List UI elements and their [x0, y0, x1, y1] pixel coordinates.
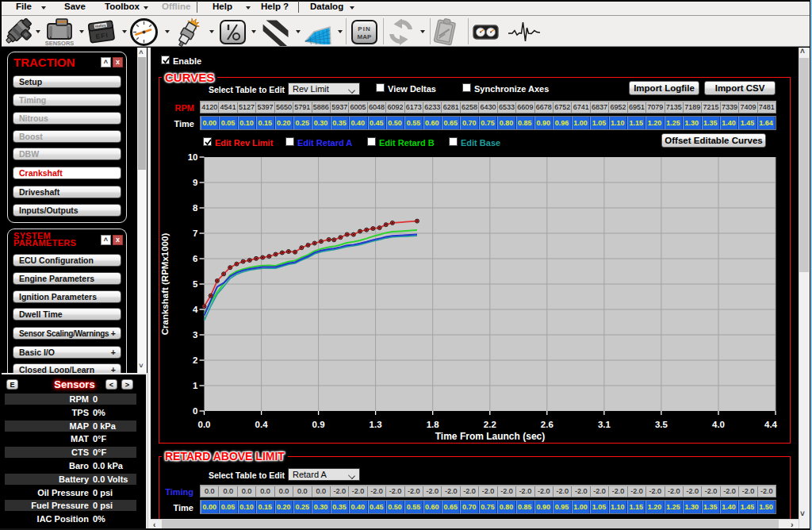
svg-text:0: 0: [193, 406, 197, 416]
svg-text:2.2: 2.2: [484, 420, 496, 429]
svg-text:3.1: 3.1: [598, 420, 611, 429]
svg-text:2: 2: [193, 355, 197, 365]
svg-text:Time From Launch (sec): Time From Launch (sec): [435, 431, 545, 442]
svg-text:PIN: PIN: [358, 25, 370, 33]
svg-text:4: 4: [193, 305, 198, 314]
svg-text:4.4: 4.4: [764, 420, 778, 429]
svg-text:1.3: 1.3: [370, 420, 382, 429]
svg-text:8: 8: [193, 203, 198, 213]
svg-text:SENSORS: SENSORS: [45, 40, 74, 46]
svg-text:2.6: 2.6: [541, 420, 553, 429]
svg-text:7: 7: [193, 229, 197, 238]
svg-text:10: 10: [188, 152, 198, 162]
svg-text:0.9: 0.9: [312, 420, 325, 429]
svg-text:0.0: 0.0: [198, 420, 211, 429]
svg-text:9: 9: [193, 178, 197, 187]
svg-text:3.5: 3.5: [655, 420, 668, 429]
svg-text:MAP: MAP: [358, 33, 372, 40]
svg-text:4.0: 4.0: [712, 420, 725, 429]
svg-text:0.4: 0.4: [255, 420, 269, 429]
svg-text:6: 6: [193, 254, 197, 263]
svg-text:1: 1: [193, 381, 198, 390]
svg-text:3: 3: [193, 330, 197, 340]
svg-text:Crankshaft (RPMx1000): Crankshaft (RPMx1000): [160, 233, 170, 336]
svg-text:5: 5: [193, 279, 198, 289]
svg-text:1.8: 1.8: [427, 420, 440, 429]
